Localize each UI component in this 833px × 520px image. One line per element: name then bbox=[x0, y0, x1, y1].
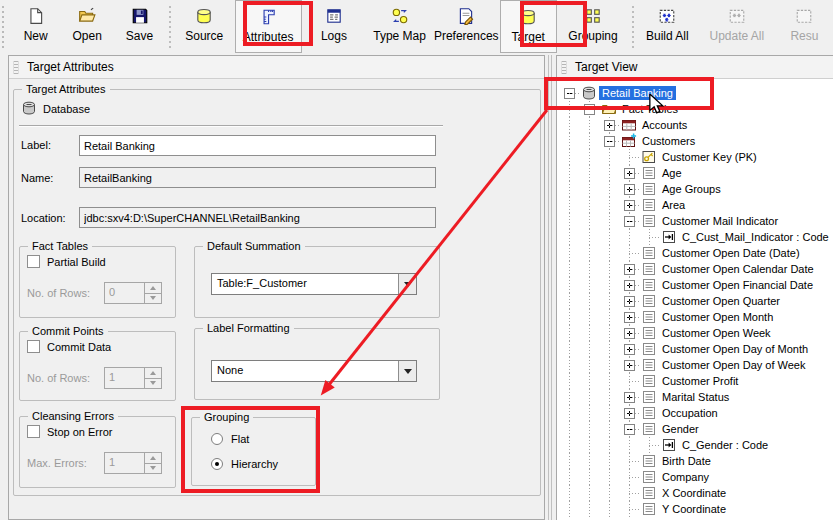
expand-plus-icon[interactable] bbox=[624, 296, 635, 307]
expand-plus-icon[interactable] bbox=[624, 168, 635, 179]
tree-item-label[interactable]: Customer Open Financial Date bbox=[659, 278, 816, 292]
expand-plus-icon[interactable] bbox=[624, 264, 635, 275]
tree-item-label[interactable]: Occupation bbox=[659, 406, 721, 420]
tree-expander[interactable] bbox=[600, 133, 620, 149]
tree-expander[interactable] bbox=[620, 165, 640, 181]
expand-plus-icon[interactable] bbox=[624, 344, 635, 355]
tree-item-customer-open-week[interactable]: Customer Open Week bbox=[560, 325, 833, 341]
panel-gripper[interactable] bbox=[13, 61, 19, 74]
tree-item-label[interactable]: Customer Open Week bbox=[659, 326, 774, 340]
tree-item-accounts[interactable]: Accounts bbox=[560, 117, 833, 133]
expand-plus-icon[interactable] bbox=[624, 360, 635, 371]
tree-expander[interactable] bbox=[620, 357, 640, 373]
tree-item-customer-open-date-date[interactable]: Customer Open Date (Date) bbox=[560, 245, 833, 261]
tree-expander[interactable] bbox=[620, 213, 640, 229]
label-formatting-combobox[interactable]: None bbox=[211, 360, 417, 382]
tree-item-gender[interactable]: Gender bbox=[560, 421, 833, 437]
toolbar-button-preferences[interactable]: Preferences bbox=[433, 0, 500, 53]
tree-expander[interactable] bbox=[620, 181, 640, 197]
toolbar-button-open[interactable]: Open bbox=[61, 0, 112, 53]
collapse-minus-icon[interactable] bbox=[624, 424, 635, 435]
tree-item-age[interactable]: Age bbox=[560, 165, 833, 181]
label-input[interactable] bbox=[79, 135, 436, 156]
tree-item-customer-open-month[interactable]: Customer Open Month bbox=[560, 309, 833, 325]
chevron-down-icon[interactable] bbox=[398, 361, 416, 381]
tree-item-label[interactable]: Age bbox=[659, 166, 685, 180]
tree-item-customer-open-day-of-week[interactable]: Customer Open Day of Week bbox=[560, 357, 833, 373]
expand-plus-icon[interactable] bbox=[624, 328, 635, 339]
tree-item-label[interactable]: Y Coordinate bbox=[659, 502, 729, 516]
tree-item-label[interactable]: X Coordinate bbox=[659, 486, 729, 500]
tree-item-customer-mail-indicator[interactable]: Customer Mail Indicator bbox=[560, 213, 833, 229]
tree-item-customer-key-pk[interactable]: Customer Key (PK) bbox=[560, 149, 833, 165]
tree-item-customer-profit[interactable]: Customer Profit bbox=[560, 373, 833, 389]
tree-item-label[interactable]: C_Cust_Mail_Indicator : Code bbox=[679, 230, 832, 244]
collapse-minus-icon[interactable] bbox=[604, 136, 615, 147]
tree-item-label[interactable]: Customers bbox=[639, 134, 698, 148]
tree-item-customers[interactable]: Customers bbox=[560, 133, 833, 149]
tree-item-label[interactable]: Customer Key (PK) bbox=[659, 150, 760, 164]
tree-item-c-cust-mail-indicator-code[interactable]: C_Cust_Mail_Indicator : Code bbox=[560, 229, 833, 245]
tree-item-marital-status[interactable]: Marital Status bbox=[560, 389, 833, 405]
tree-item-occupation[interactable]: Occupation bbox=[560, 405, 833, 421]
tree-item-c-gender-code[interactable]: C_Gender : Code bbox=[560, 437, 833, 453]
partial-build-checkbox[interactable] bbox=[27, 255, 40, 268]
tree-item-company[interactable]: Company bbox=[560, 469, 833, 485]
tree-expander[interactable] bbox=[560, 85, 580, 101]
tree-expander[interactable] bbox=[620, 421, 640, 437]
tree-item-label[interactable]: Retail Banking bbox=[599, 86, 676, 100]
tree-item-label[interactable]: Customer Open Quarter bbox=[659, 294, 783, 308]
tree-item-age-groups[interactable]: Age Groups bbox=[560, 181, 833, 197]
expand-plus-icon[interactable] bbox=[624, 200, 635, 211]
tree-item-label[interactable]: Customer Open Day of Week bbox=[659, 358, 808, 372]
tree-item-area[interactable]: Area bbox=[560, 197, 833, 213]
toolbar-button-grouping[interactable]: Grouping bbox=[557, 0, 629, 53]
collapse-minus-icon[interactable] bbox=[584, 104, 595, 115]
expand-plus-icon[interactable] bbox=[624, 408, 635, 419]
tree-item-retail-banking[interactable]: Retail Banking bbox=[560, 85, 833, 101]
tree-expander[interactable] bbox=[620, 389, 640, 405]
toolbar-gripper[interactable] bbox=[2, 6, 8, 48]
tree-item-label[interactable]: Marital Status bbox=[659, 390, 732, 404]
tree-item-label[interactable]: Customer Profit bbox=[659, 374, 741, 388]
toolbar-button-source[interactable]: Source bbox=[174, 0, 235, 53]
tree-expander[interactable] bbox=[620, 309, 640, 325]
tree-item-label[interactable]: Gender bbox=[659, 422, 702, 436]
tree-expander[interactable] bbox=[620, 405, 640, 421]
tree-item-label[interactable]: Customer Open Date (Date) bbox=[659, 246, 803, 260]
tree-expander[interactable] bbox=[620, 261, 640, 277]
tree-expander[interactable] bbox=[620, 341, 640, 357]
tree-item-label[interactable]: Customer Open Calendar Date bbox=[659, 262, 817, 276]
panel-gripper[interactable] bbox=[561, 61, 567, 74]
toolbar-button-attributes[interactable]: Attributes bbox=[235, 0, 302, 53]
tree-item-label[interactable]: Area bbox=[659, 198, 688, 212]
expand-plus-icon[interactable] bbox=[624, 184, 635, 195]
expand-plus-icon[interactable] bbox=[624, 392, 635, 403]
tree-item-label[interactable]: Company bbox=[659, 470, 712, 484]
expand-plus-icon[interactable] bbox=[604, 120, 615, 131]
tree-item-customer-open-day-of-month[interactable]: Customer Open Day of Month bbox=[560, 341, 833, 357]
tree-expander[interactable] bbox=[600, 117, 620, 133]
toolbar-button-save[interactable]: Save bbox=[113, 0, 166, 53]
tree-item-y-coordinate[interactable]: Y Coordinate bbox=[560, 501, 833, 517]
tree-item-label[interactable]: Accounts bbox=[639, 118, 690, 132]
collapse-minus-icon[interactable] bbox=[564, 88, 575, 99]
toolbar-button-new[interactable]: New bbox=[10, 0, 61, 53]
commit-data-checkbox[interactable] bbox=[27, 340, 40, 353]
tree-item-label[interactable]: C_Gender : Code bbox=[679, 438, 771, 452]
tree-item-label[interactable]: Customer Open Day of Month bbox=[659, 342, 811, 356]
toolbar-button-type-map[interactable]: Type Map bbox=[366, 0, 433, 53]
tree-item-customer-open-calendar-date[interactable]: Customer Open Calendar Date bbox=[560, 261, 833, 277]
tree-item-customer-open-quarter[interactable]: Customer Open Quarter bbox=[560, 293, 833, 309]
grouping-hierarchy-radio[interactable] bbox=[211, 458, 223, 470]
tree-item-birth-date[interactable]: Birth Date bbox=[560, 453, 833, 469]
tree-item-label[interactable]: Customer Mail Indicator bbox=[659, 214, 781, 228]
tree-item-fact-tables[interactable]: Fact Tables bbox=[560, 101, 833, 117]
expand-plus-icon[interactable] bbox=[624, 312, 635, 323]
tree-expander[interactable] bbox=[620, 277, 640, 293]
tree-item-x-coordinate[interactable]: X Coordinate bbox=[560, 485, 833, 501]
tree-item-label[interactable]: Age Groups bbox=[659, 182, 724, 196]
toolbar-button-target[interactable]: Target bbox=[500, 0, 557, 53]
grouping-flat-radio[interactable] bbox=[211, 433, 223, 445]
expand-plus-icon[interactable] bbox=[624, 280, 635, 291]
